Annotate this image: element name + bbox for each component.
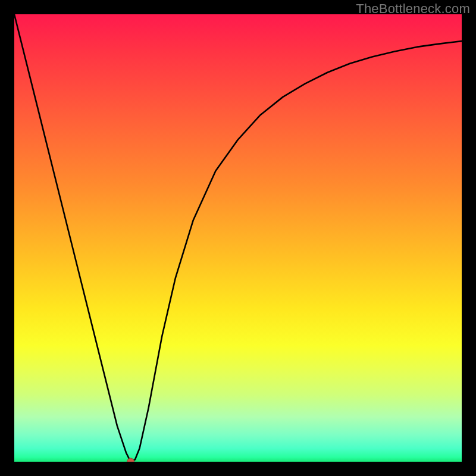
chart-svg	[14, 14, 462, 462]
bottleneck-curve	[14, 14, 462, 462]
optimum-marker	[127, 458, 134, 462]
chart-plot-area	[14, 14, 462, 462]
